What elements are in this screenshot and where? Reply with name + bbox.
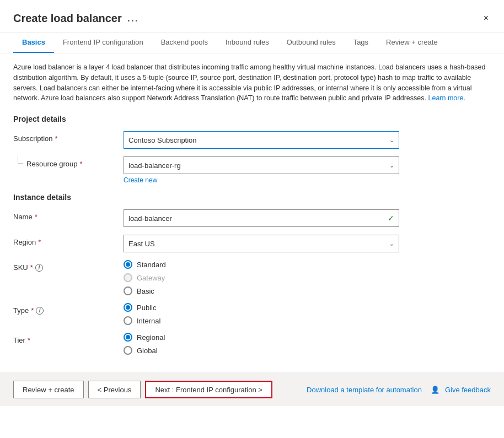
region-label: Region * [13,235,124,246]
tier-radio-regional[interactable] [124,333,132,342]
sku-control-wrapper: Standard Gateway Basic [124,260,399,295]
project-details-title: Project details [13,115,491,123]
type-info-icon[interactable]: i [36,307,44,315]
tab-basics[interactable]: Basics [13,33,54,53]
tab-backend-pools[interactable]: Backend pools [152,33,217,53]
sku-info-icon[interactable]: i [35,264,43,272]
sku-label: SKU * i [13,260,124,272]
name-required: * [35,213,37,221]
tier-required: * [28,336,30,344]
name-label: Name * [13,209,124,221]
resource-group-label-area: Resource group * [13,156,124,168]
region-field: Region * East US ⌄ [13,235,491,252]
create-load-balancer-dialog: Create load balancer ... × Basics Fronte… [0,0,504,438]
dialog-title-text: Create load balancer [13,12,122,25]
name-field: Name * load-balancer ✓ [13,209,491,227]
tab-review-create[interactable]: Review + create [377,33,447,53]
region-value: East US [128,240,155,248]
chevron-down-icon: ⌄ [389,137,394,144]
region-control-wrapper: East US ⌄ [124,235,399,252]
type-field: Type * i Public Internal [13,303,491,325]
chevron-down-icon: ⌄ [389,240,394,247]
sku-label-gateway: Gateway [137,274,165,282]
check-icon: ✓ [388,214,394,223]
tab-inbound-rules[interactable]: Inbound rules [217,33,278,53]
sku-label-basic: Basic [137,287,154,295]
resource-group-required: * [80,160,83,168]
sku-field: SKU * i Standard Gateway [13,260,491,295]
instance-details-section: Instance details Name * load-balancer ✓ … [13,193,491,355]
type-label: Type * i [13,303,124,315]
subscription-field: Subscription * Contoso Subscription ⌄ [13,131,491,149]
type-radio-group: Public Internal [124,303,399,325]
project-details-section: Project details Subscription * Contoso S… [13,115,491,184]
tier-option-regional[interactable]: Regional [124,333,399,342]
close-icon: × [484,13,489,23]
type-option-internal[interactable]: Internal [124,316,399,325]
tab-outbound-rules[interactable]: Outbound rules [278,33,345,53]
tier-field: Tier * Regional Global [13,333,491,355]
sku-option-gateway[interactable]: Gateway [124,273,399,282]
sku-radio-group: Standard Gateway Basic [124,260,399,295]
tab-bar: Basics Frontend IP configuration Backend… [0,33,504,53]
type-radio-public[interactable] [124,303,132,312]
create-new-link[interactable]: Create new [124,176,157,184]
description-text: Azure load balancer is a layer 4 load ba… [13,62,491,104]
resource-group-select[interactable]: load-balancer-rg ⌄ [124,156,399,174]
sku-radio-standard[interactable] [124,260,132,269]
type-label-public: Public [137,304,156,312]
dialog-header: Create load balancer ... × [0,0,504,33]
sku-label-standard: Standard [137,261,166,269]
chevron-down-icon: ⌄ [389,162,394,169]
tier-label-global: Global [137,347,158,355]
tier-radio-group: Regional Global [124,333,399,355]
learn-more-link[interactable]: Learn more. [428,94,465,102]
footer: Review + create < Previous Next : Fronte… [0,372,504,406]
close-button[interactable]: × [481,11,491,25]
region-select[interactable]: East US ⌄ [124,235,399,252]
instance-details-title: Instance details [13,193,491,202]
give-feedback-link[interactable]: Give feedback [445,386,491,394]
resource-group-value: load-balancer-rg [128,161,181,170]
dialog-title: Create load balancer ... [13,12,139,25]
download-template-link[interactable]: Download a template for automation [307,386,422,394]
tier-label: Tier * [13,333,124,344]
sku-radio-gateway[interactable] [124,273,132,282]
sku-option-standard[interactable]: Standard [124,260,399,269]
subscription-label: Subscription * [13,131,124,143]
subscription-control-wrapper: Contoso Subscription ⌄ [124,131,399,149]
sku-radio-basic[interactable] [124,286,132,295]
subscription-value: Contoso Subscription [128,136,197,144]
resource-group-row: Resource group * load-balancer-rg ⌄ Crea… [13,156,491,184]
tier-radio-global[interactable] [124,346,132,355]
main-content: Azure load balancer is a layer 4 load ba… [0,53,504,372]
name-input[interactable]: load-balancer ✓ [124,209,399,227]
name-value: load-balancer [128,214,172,223]
subscription-select[interactable]: Contoso Subscription ⌄ [124,131,399,149]
next-button[interactable]: Next : Frontend IP configuration > [145,381,272,398]
sku-required: * [30,263,33,272]
dialog-title-ellipsis: ... [127,13,139,24]
tier-option-global[interactable]: Global [124,346,399,355]
region-required: * [38,238,41,246]
type-control-wrapper: Public Internal [124,303,399,325]
tier-control-wrapper: Regional Global [124,333,399,355]
type-option-public[interactable]: Public [124,303,399,312]
resource-group-control-wrapper: load-balancer-rg ⌄ Create new [124,156,399,184]
type-label-internal: Internal [137,317,160,325]
tab-frontend-ip[interactable]: Frontend IP configuration [54,33,152,53]
review-create-button[interactable]: Review + create [13,381,84,398]
name-control-wrapper: load-balancer ✓ [124,209,399,227]
feedback-icon: 👤 [431,386,439,394]
subscription-required: * [55,134,58,143]
sku-option-basic[interactable]: Basic [124,286,399,295]
tree-connector [13,155,24,164]
resource-group-label: Resource group * [26,160,83,168]
type-required: * [31,306,34,315]
tier-label-regional: Regional [137,333,165,342]
type-radio-internal[interactable] [124,316,132,325]
tab-tags[interactable]: Tags [345,33,377,53]
previous-button[interactable]: < Previous [88,381,141,398]
